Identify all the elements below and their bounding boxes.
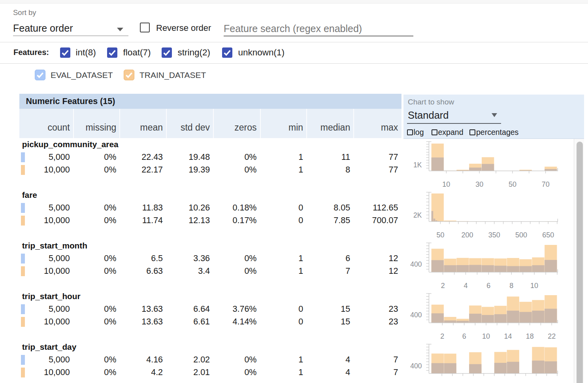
x-tick-label: 50 [509,180,516,188]
x-tick-label: 18 [526,332,534,340]
x-tick-label: 4 [464,282,468,290]
bars-train_dataset [432,144,557,171]
x-tick-label: 10 [530,282,538,290]
bars-eval_dataset [432,157,557,171]
x-tick-label: 14 [504,332,512,340]
x-tick-label: 10 [442,180,450,188]
bars-eval_dataset [432,309,557,323]
x-tick-label: 70 [542,180,550,188]
x-tick-label: 6 [462,332,466,340]
x-tick-label: 6 [486,282,490,290]
x-tick-label: 2 [441,282,445,290]
x-tick-label: 10 [482,332,490,340]
histogram-fare: 502003505006502K [413,192,558,239]
x-tick-label: 30 [475,180,483,188]
histogram-trip_start_day: 400 [410,344,558,376]
bars-train_dataset [432,193,557,222]
histograms-layer: 103050701K502003505006502K24681040026101… [0,0,588,383]
histogram-pickup_community_area: 103050701K [413,142,558,189]
y-tick-label: 400 [410,311,422,319]
x-tick-label: 22 [548,332,556,340]
x-tick-label: 8 [509,282,513,290]
y-tick-label: 400 [410,362,422,370]
y-tick-label: 2K [413,211,422,219]
x-tick-label: 500 [515,231,527,239]
x-tick-label: 200 [462,231,473,239]
x-tick-label: 50 [436,231,444,239]
facets-overview: Sort by Feature order Reverse order Feat… [0,0,588,383]
y-tick-label: 400 [410,260,422,268]
x-tick-label: 650 [542,231,554,239]
x-tick-label: 2 [440,332,444,340]
histogram-trip_start_hour: 2610141822400 [410,294,558,341]
y-tick-label: 1K [413,161,422,169]
axes [426,192,558,224]
x-tick-label: 350 [488,231,500,239]
scrollbar-track[interactable] [574,139,584,383]
scrollbar-thumb[interactable] [577,142,583,383]
histogram-trip_start_month: 246810400 [410,243,558,290]
